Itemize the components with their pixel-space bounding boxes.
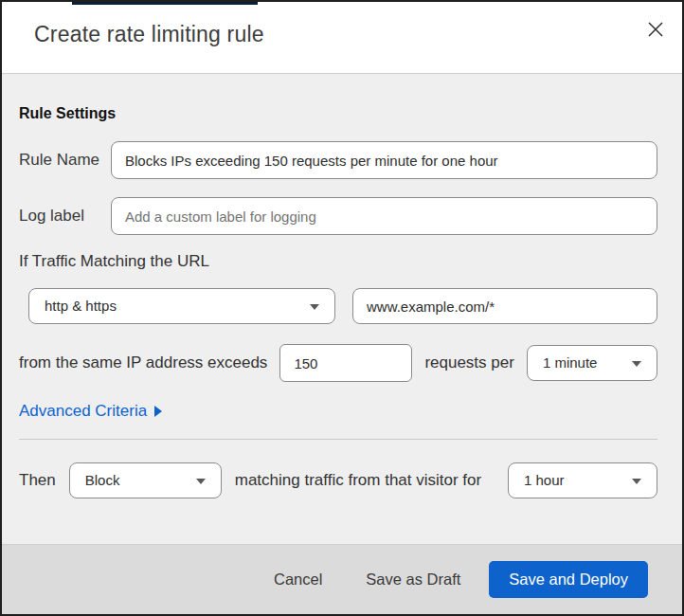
action-middle-text: matching traffic from that visitor for bbox=[235, 471, 481, 490]
create-rate-limiting-rule-dialog: Create rate limiting rule Rule Settings … bbox=[0, 0, 684, 616]
save-and-deploy-button[interactable]: Save and Deploy bbox=[489, 561, 648, 598]
chevron-down-icon bbox=[632, 361, 641, 367]
chevron-down-icon bbox=[310, 304, 319, 310]
save-as-draft-button[interactable]: Save as Draft bbox=[366, 571, 460, 589]
rule-name-input[interactable] bbox=[111, 141, 657, 179]
action-row: Then Block matching traffic from that vi… bbox=[19, 462, 657, 498]
chevron-down-icon bbox=[632, 479, 641, 484]
close-button[interactable] bbox=[644, 19, 667, 42]
threshold-prefix-text: from the same IP address exceeds bbox=[19, 353, 267, 372]
top-edge-strip bbox=[72, 2, 258, 5]
log-label-input[interactable] bbox=[111, 197, 657, 235]
scheme-select-value: http & https bbox=[45, 298, 117, 314]
action-select[interactable]: Block bbox=[69, 462, 222, 498]
duration-select-value: 1 hour bbox=[524, 472, 565, 488]
duration-select[interactable]: 1 hour bbox=[508, 462, 657, 498]
url-match-row: http & https bbox=[28, 288, 657, 324]
then-label: Then bbox=[19, 471, 56, 490]
threshold-middle-text: requests per bbox=[424, 353, 514, 372]
threshold-row: from the same IP address exceeds request… bbox=[19, 344, 657, 382]
dialog-body: Rule Settings Rule Name Log label If Tra… bbox=[2, 74, 682, 544]
rule-settings-heading: Rule Settings bbox=[19, 105, 657, 122]
cancel-button[interactable]: Cancel bbox=[274, 571, 322, 589]
advanced-criteria-link[interactable]: Advanced Criteria bbox=[19, 403, 162, 420]
period-select-value: 1 minute bbox=[543, 354, 598, 371]
action-select-value: Block bbox=[85, 472, 120, 488]
request-count-input[interactable] bbox=[279, 344, 412, 382]
url-pattern-input[interactable] bbox=[352, 288, 657, 324]
dialog-header: Create rate limiting rule bbox=[2, 2, 682, 74]
section-divider bbox=[19, 439, 657, 440]
expand-arrow-icon bbox=[154, 406, 162, 417]
traffic-match-intro: If Traffic Matching the URL bbox=[19, 252, 657, 271]
period-select[interactable]: 1 minute bbox=[527, 345, 657, 381]
advanced-criteria-label: Advanced Criteria bbox=[19, 402, 147, 421]
rule-name-label: Rule Name bbox=[19, 151, 111, 170]
log-label-row: Log label bbox=[19, 197, 657, 235]
log-label-label: Log label bbox=[19, 207, 111, 226]
dialog-footer: Cancel Save as Draft Save and Deploy bbox=[2, 544, 682, 614]
chevron-down-icon bbox=[196, 479, 206, 484]
dialog-title: Create rate limiting rule bbox=[34, 22, 264, 47]
rule-name-row: Rule Name bbox=[19, 141, 657, 179]
scheme-select[interactable]: http & https bbox=[28, 288, 335, 324]
close-icon bbox=[647, 21, 664, 41]
